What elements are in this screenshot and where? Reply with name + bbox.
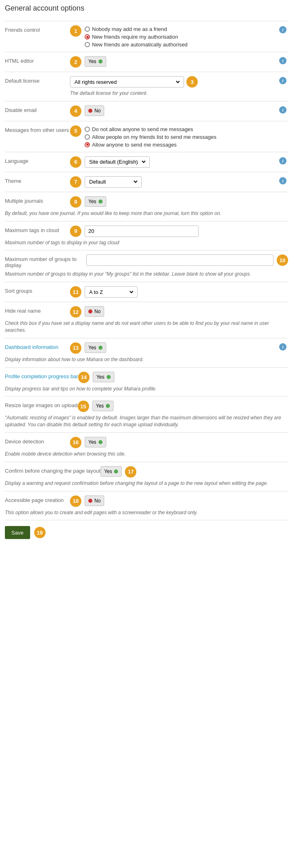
max-groups-input[interactable] [86,254,273,266]
step-badge-2: 2 [70,56,81,68]
option-row-4: Disable email 4 No i [5,101,288,121]
multiple-journals-toggle[interactable]: Yes [85,196,106,207]
html-editor-toggle[interactable]: Yes [85,56,106,67]
accessible-page-dot [88,499,92,503]
radio-label-1-3: New friends are automatically authorised [92,42,188,48]
language-select-wrap[interactable]: Site default (English) English French [85,156,150,168]
sort-groups-select[interactable]: A to Z Z to A Newest Oldest [87,289,135,296]
step-badge-14: 14 [78,372,90,383]
sort-groups-select-wrap[interactable]: A to Z Z to A Newest Oldest [85,286,138,298]
option-control-5: 5 Do not allow anyone to send me message… [70,125,288,148]
option-control-12: 12 No [70,306,288,318]
option-label-4: Disable email [5,105,70,113]
step-badge-7: 7 [70,176,81,188]
accessible-page-desc: This option allows you to create and edi… [5,509,288,516]
dashboard-info-toggle[interactable]: Yes [85,342,106,353]
theme-select-wrap[interactable]: Default Dark Light [85,176,142,188]
resize-images-toggle[interactable]: Yes [92,401,114,411]
radio-label-5-1: Do not allow anyone to send me messages [92,126,193,132]
save-row: Save 19 [5,520,288,541]
default-license-select[interactable]: All rights reserved Public Domain Creati… [73,79,181,85]
option-row-16: Device detection 16 Yes Enable mobile de… [5,432,288,462]
page-container: General account options Friends control … [0,0,293,546]
info-icon-7[interactable]: i [279,177,286,184]
option-row-3: Default license All rights reserved Publ… [5,72,288,101]
dashboard-info-desc: Display information about how to use Mah… [5,356,288,363]
step-badge-10: 10 [277,254,288,266]
option-control-8: 8 Yes [70,196,288,208]
profile-progress-dot [107,375,111,379]
option-row-2: HTML editor 2 Yes i [5,52,288,72]
radio-circle-1-1 [85,26,90,32]
step-badge-5: 5 [70,125,81,137]
step-badge-4: 4 [70,105,81,117]
language-select[interactable]: Site default (English) English French [87,158,147,165]
option-label-11: Sort groups [5,286,70,294]
resize-images-dot [106,404,110,408]
info-icon-4[interactable]: i [279,106,286,114]
option-label-14: Profile completion progress bar [5,372,78,379]
hide-real-name-dot [88,309,92,313]
radio-item-5-3[interactable]: Allow anyone to send me messages [85,142,216,148]
option-label-5: Messages from other users [5,125,70,133]
max-tags-input[interactable] [85,226,199,237]
option-control-4: 4 No [70,105,288,117]
disable-email-toggle[interactable]: No [85,105,104,116]
disable-email-dot [88,109,92,113]
radio-circle-1-3 [85,42,90,47]
device-detection-toggle[interactable]: Yes [85,437,106,447]
step-badge-16: 16 [70,437,81,448]
option-control-17: Yes 17 [101,466,288,478]
html-editor-dot [98,59,103,64]
option-control-10: 10 [86,254,288,266]
disable-email-value: No [94,108,101,114]
option-label-9: Maximum tags in cloud [5,226,70,233]
radio-item-1-1[interactable]: Nobody may add me as a friend [85,26,188,32]
hide-real-name-toggle[interactable]: No [85,306,104,317]
info-icon-1[interactable]: i [279,26,286,33]
profile-progress-toggle[interactable]: Yes [93,372,114,382]
radio-item-1-2[interactable]: New friends require my authorisation [85,34,188,40]
info-icon-6[interactable]: i [279,157,286,164]
option-row-8: Multiple journals 8 Yes By default, you … [5,192,288,221]
option-control-9: 9 [70,226,288,237]
save-button[interactable]: Save [5,526,30,539]
option-label-17: Confirm before changing the page layout [5,466,101,474]
multiple-journals-value: Yes [88,199,96,204]
info-icon-13[interactable]: i [279,343,286,351]
default-license-select-wrap[interactable]: All rights reserved Public Domain Creati… [70,76,184,88]
option-control-7: 7 Default Dark Light [70,176,288,188]
confirm-layout-value: Yes [104,469,112,474]
resize-images-value: Yes [96,403,104,409]
radio-group-1: Nobody may add me as a friend New friend… [85,25,188,48]
theme-select[interactable]: Default Dark Light [87,178,139,185]
option-row-15: Resize large images on upload 15 Yes "Au… [5,396,288,432]
step-badge-1: 1 [70,25,81,37]
info-icon-3[interactable]: i [279,77,286,84]
step-badge-9: 9 [70,226,81,237]
option-row-17: Confirm before changing the page layout … [5,462,288,491]
option-control-3: All rights reserved Public Domain Creati… [70,76,288,97]
step-badge-17: 17 [125,466,136,478]
info-icon-2[interactable]: i [279,57,286,64]
option-label-15: Resize large images on upload [5,401,78,408]
default-license-desc: The default license for your content. [70,90,288,97]
profile-progress-value: Yes [96,374,105,380]
device-detection-value: Yes [88,439,96,445]
option-row-5: Messages from other users 5 Do not allow… [5,121,288,152]
step-badge-6: 6 [70,156,81,168]
confirm-layout-toggle[interactable]: Yes [101,466,122,477]
radio-item-5-1[interactable]: Do not allow anyone to send me messages [85,126,216,132]
resize-images-desc: "Automatic resizing of images" is enable… [5,414,288,428]
option-row-11: Sort groups 11 A to Z Z to A Newest Olde… [5,282,288,302]
option-label-13: Dashboard information [5,342,70,350]
accessible-page-toggle[interactable]: No [85,495,104,506]
step-badge-19: 19 [34,527,46,538]
radio-circle-5-2 [85,134,90,140]
radio-item-5-2[interactable]: Allow people on my friends list to send … [85,134,216,140]
option-label-16: Device detection [5,437,70,445]
max-groups-desc: Maximum number of groups to display in y… [5,271,288,278]
radio-item-1-3[interactable]: New friends are automatically authorised [85,42,188,48]
dashboard-info-value: Yes [88,345,96,351]
step-badge-11: 11 [70,286,81,298]
